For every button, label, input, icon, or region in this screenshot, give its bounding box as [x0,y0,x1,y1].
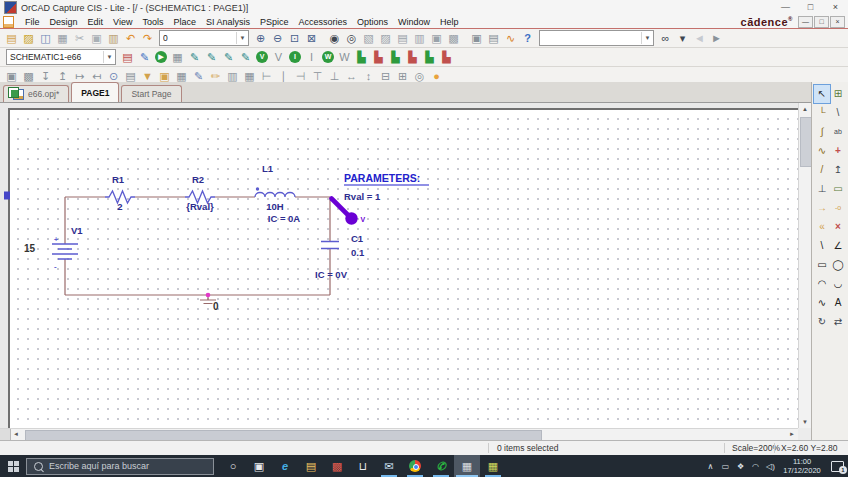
orcad-capture-icon[interactable]: ▦ [454,455,480,477]
zoom-in-button[interactable]: ⊕ [252,31,269,46]
menu-options[interactable]: Options [352,17,393,27]
open-document-button[interactable]: ▨ [20,31,37,46]
place-hierarchical-block-tool[interactable]: ▭ [830,180,846,198]
tab-page1[interactable]: PAGE1 [71,82,119,102]
place-bus-tool[interactable]: ∿ [814,142,830,160]
start-button[interactable] [0,455,26,477]
place-ground-tool[interactable]: ⊥ [814,180,830,198]
place-no-connect-tool[interactable]: × [830,218,846,236]
menu-si-analysis[interactable]: SI Analysis [201,17,255,27]
file-explorer-icon[interactable]: ▤ [298,455,324,477]
current-marker-button[interactable]: ✎ [220,50,237,65]
place-bezier-tool[interactable]: ∿ [814,294,830,312]
combo-arrow-icon[interactable]: ▼ [236,32,248,44]
place-ellipse-tool[interactable]: ◯ [830,256,846,274]
taskbar-search-box[interactable]: Escribe aquí para buscar [26,458,214,475]
design-cache-button[interactable]: ▥ [411,31,428,46]
undo-button[interactable]: ↶ [122,31,139,46]
r1-value-label[interactable]: 2 [117,201,122,212]
mdi-minimize-button[interactable]: — [798,16,813,28]
menu-accessories[interactable]: Accessories [294,17,353,27]
menu-file[interactable]: File [20,17,45,27]
l1-ref-label[interactable]: L1 [262,163,274,174]
inductor-l1-symbol[interactable] [255,193,295,198]
menu-view[interactable]: View [108,17,137,27]
task-view-icon[interactable]: ▣ [246,455,272,477]
select-tool[interactable]: ↖ [814,85,830,103]
window-list-button[interactable]: ▤ [485,31,502,46]
r2-ref-label[interactable]: R2 [192,174,204,185]
maximize-button[interactable]: □ [798,0,823,15]
mail-icon[interactable]: ✉ [376,455,402,477]
search-combo[interactable]: ▼ [539,30,654,46]
drc-check-button[interactable]: ▩ [445,31,462,46]
zoom-level-combo[interactable]: 0 ▼ [159,30,249,46]
place-wire-tool[interactable]: └ [814,104,830,122]
hierarchy-down-button[interactable]: ▨ [377,31,394,46]
chrome-icon[interactable] [402,455,428,477]
toggle-current-bias-button[interactable]: I [303,50,320,65]
toggle-voltage-bias-button[interactable]: V [270,50,287,65]
close-button[interactable]: × [823,0,848,15]
voltage-level-marker-button[interactable]: ✎ [186,50,203,65]
mdi-close-button[interactable]: × [830,16,845,28]
print-button[interactable]: ▦ [54,31,71,46]
edge-icon[interactable]: e [272,455,298,477]
mirror-tool[interactable]: ⇄ [830,313,846,331]
simulation-profile-combo[interactable]: SCHEMATIC1-e66 ▼ [6,49,116,65]
paste-button[interactable]: ▥ [105,31,122,46]
place-auto-wire-tool[interactable]: \ [830,104,846,122]
menu-window[interactable]: Window [393,17,435,27]
network-icon[interactable]: ◠ [748,462,763,471]
r1-ref-label[interactable]: R1 [112,174,125,185]
place-auto-bus-tool[interactable]: ∫ [814,123,830,141]
vertical-scrollbar[interactable]: ▲ ▼ [798,103,811,428]
view-simulation-results-button[interactable]: ▦ [169,50,186,65]
project-manager-button[interactable]: ▣ [468,31,485,46]
toggle-power-bias-button[interactable]: W [336,50,353,65]
plot-current-button[interactable]: ▙ [387,50,404,65]
c1-ref-label[interactable]: C1 [351,233,364,244]
menu-place[interactable]: Place [168,17,201,27]
scroll-up-button[interactable]: ▲ [799,103,811,115]
help-button[interactable]: ? [519,31,536,46]
nav-back-button[interactable]: ◄ [691,31,708,46]
place-bus-entry-tool[interactable]: / [814,161,830,179]
current-bias-button[interactable]: I [289,51,301,63]
horizontal-scrollbar[interactable]: ◄ ► [0,428,798,440]
place-rectangle-tool[interactable]: ▭ [814,256,830,274]
plot-power-button[interactable]: ▙ [421,50,438,65]
redo-button[interactable]: ↷ [139,31,156,46]
find-button[interactable]: ∞ [657,31,674,46]
c1-value-label[interactable]: 0.1 [351,247,365,258]
cortana-icon[interactable]: ○ [220,455,246,477]
combo-arrow-icon[interactable]: ▼ [103,51,115,63]
r2-value-label[interactable]: {Rval} [186,201,214,212]
place-text-tool[interactable]: A [830,294,846,312]
mdi-restore-button[interactable]: □ [814,16,829,28]
goto-schematic-button[interactable]: ▤ [394,31,411,46]
scroll-down-button[interactable]: ▼ [799,416,811,428]
tab-start-page[interactable]: Start Page [121,85,181,102]
page-edge-marker[interactable] [4,192,10,200]
battery-icon[interactable]: ▭ [718,462,733,471]
menu-design[interactable]: Design [45,17,83,27]
power-marker-button[interactable]: ✎ [237,50,254,65]
menu-tools[interactable]: Tools [137,17,168,27]
place-power-tool[interactable]: ↥ [830,161,846,179]
taskbar-clock[interactable]: 11:00 17/12/2020 [778,457,826,475]
schematic-viewport[interactable]: R1 2 R2 {Rval} L1 10H IC = 0A V1 15 + - … [0,103,798,428]
parameters-rval-label[interactable]: Rval = 1 [344,191,381,202]
voltage-differential-marker-button[interactable]: ✎ [203,50,220,65]
place-polyline-tool[interactable]: ∠ [830,237,846,255]
zoom-out-button[interactable]: ⊖ [269,31,286,46]
zoom-region-button[interactable]: ⊡ [286,31,303,46]
new-simulation-profile-button[interactable]: ▤ [119,50,136,65]
whatsapp-icon[interactable]: ✆ [428,455,454,477]
place-off-page-connector-tool[interactable]: « [814,218,830,236]
menu-pspice[interactable]: PSpice [255,17,294,27]
v1-ref-label[interactable]: V1 [71,225,83,236]
place-port-tool[interactable]: → [814,199,830,217]
menu-edit[interactable]: Edit [83,17,109,27]
plot-voltage-selected-button[interactable]: ▙ [370,50,387,65]
